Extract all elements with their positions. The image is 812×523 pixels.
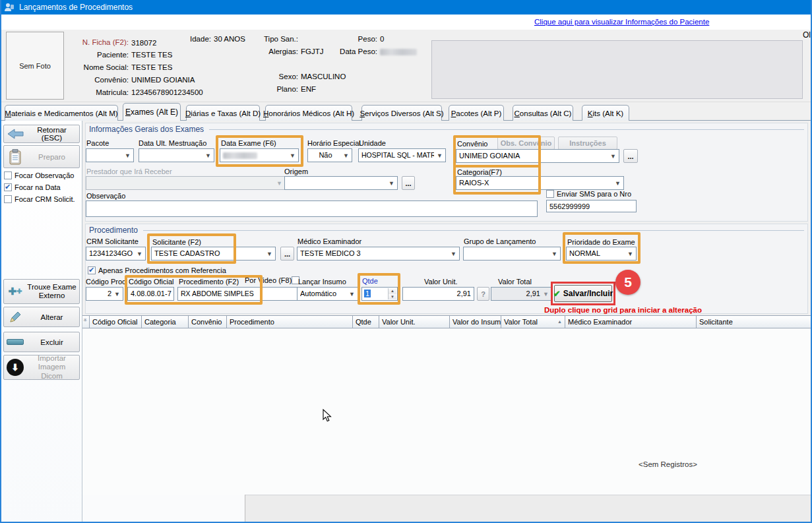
prestador-select[interactable]: ▼ xyxy=(86,176,286,190)
spin-up-icon[interactable]: ▲ xyxy=(388,288,396,294)
lancar-insumo-select[interactable]: Automático▼ xyxy=(297,287,358,301)
procedimento-title: Procedimento xyxy=(89,226,804,235)
tab-diarias-e-taxas[interactable]: Diárias e Taxas (Alt D) xyxy=(186,105,260,121)
grid-hint-text: Duplo clique no grid para iniciar a alte… xyxy=(544,306,702,314)
row-indicator-column: ✳ xyxy=(82,316,90,328)
tab-materiais-e-medicamentos[interactable]: Materiais e Medicamentos (Alt M) xyxy=(5,105,118,121)
focar-crm-checkbox[interactable] xyxy=(4,195,12,203)
column-valor-unit[interactable]: Valor Unit. xyxy=(379,316,450,328)
origem-ellipsis-button[interactable]: ... xyxy=(402,176,415,190)
categoria-label: Categoria(F7) xyxy=(457,168,502,176)
data-ult-mestruacao-select[interactable]: ▼ xyxy=(139,148,214,162)
excluir-button[interactable]: Excluir xyxy=(3,332,80,352)
horario-especial-label: Horário Especial xyxy=(307,139,361,147)
tab-exames[interactable]: Exames (Alt E) xyxy=(123,103,181,121)
column-procedimento[interactable]: Procedimento xyxy=(227,316,353,328)
alterar-button[interactable]: Alterar xyxy=(3,307,80,327)
tab-servicos-diversos[interactable]: Serviços Diversos (Alt S) xyxy=(361,105,442,121)
horario-especial-select[interactable]: Não▼ xyxy=(307,148,352,162)
link-bar: Clique aqui para visualizar Informações … xyxy=(1,15,811,30)
dropdown-arrow-icon[interactable]: ▼ xyxy=(435,149,444,162)
codigo-proc-select[interactable]: 2▼ xyxy=(86,287,123,301)
dropdown-arrow-icon[interactable]: ▼ xyxy=(288,149,297,162)
dropdown-arrow-icon[interactable]: ▼ xyxy=(626,247,635,260)
categoria-select[interactable]: RAIOS-X▼ xyxy=(456,176,624,190)
column-solicitante[interactable]: Solicitante xyxy=(697,316,811,328)
dropdown-arrow-icon[interactable]: ▼ xyxy=(449,247,458,260)
data-exame-label: Data Exame (F6) xyxy=(221,139,276,147)
crm-solicitante-select[interactable]: 12341234GO▼ xyxy=(86,247,146,261)
prioridade-exame-select[interactable]: NORMAL▼ xyxy=(566,247,637,261)
column-medico-examinador[interactable]: Médico Examinador xyxy=(565,316,697,328)
pacote-select[interactable]: ▼ xyxy=(86,148,134,162)
valor-unit-input[interactable]: 2,91 xyxy=(402,287,474,301)
apenas-referencia-checkbox[interactable] xyxy=(88,266,96,274)
apenas-referencia-row: Apenas Procedimentos com Referencia xyxy=(88,266,226,274)
obs-convenio-button[interactable]: Obs. Convênio xyxy=(497,137,555,150)
focar-observacao-checkbox[interactable] xyxy=(4,171,12,179)
column-categoria[interactable]: Categoria xyxy=(142,316,189,328)
valor-total-select[interactable]: 2,91▼ xyxy=(491,287,552,301)
procedimento-select[interactable]: RX ABDOME SIMPLES▼ xyxy=(177,287,307,301)
convenio-field-label: Convênio xyxy=(457,140,487,148)
column-convenio[interactable]: Convênio xyxy=(189,316,227,328)
qtde-stepper[interactable]: 1 ▲▼ xyxy=(361,287,398,301)
salvar-incluir-button[interactable]: ✔ Salvar/Incluir xyxy=(554,285,612,302)
dropdown-arrow-icon[interactable]: ▼ xyxy=(204,149,212,162)
convenio-ellipsis-button[interactable]: ... xyxy=(623,149,638,163)
corner-text: Ol xyxy=(803,30,811,40)
origem-select[interactable]: ▼ xyxy=(284,176,398,190)
dropdown-arrow-icon[interactable]: ▼ xyxy=(387,177,396,189)
dropdown-arrow-icon[interactable]: ▼ xyxy=(113,288,121,300)
dropdown-arrow-icon[interactable]: ▼ xyxy=(265,247,274,260)
importar-imagem-dicom-button[interactable]: ⬇ Importar Imagem Dicom xyxy=(3,355,80,380)
dropdown-arrow-icon[interactable]: ▼ xyxy=(348,288,356,300)
sexo-value: MASCULINO xyxy=(301,73,346,80)
codigo-oficial-input[interactable]: 4.08.08.01-7 xyxy=(127,287,174,301)
sms-number-input[interactable]: 5562999999 xyxy=(546,200,637,212)
tab-honorarios-medicos[interactable]: Honorários Médicos (Alt H) xyxy=(265,105,352,121)
dropdown-arrow-icon[interactable]: ▼ xyxy=(609,150,617,162)
dropdown-arrow-icon[interactable]: ▼ xyxy=(275,177,284,189)
grid-body[interactable]: <Sem Registros> xyxy=(82,328,811,495)
retornar-button[interactable]: Retornar (ESC) xyxy=(3,125,80,143)
unidade-select[interactable]: HOSPITAL SQL - MATRIZ▼ xyxy=(358,148,446,162)
tab-pacotes[interactable]: Pacotes (Alt P) xyxy=(449,105,504,121)
observacao-input[interactable] xyxy=(86,200,538,217)
column-valor-total[interactable]: Valor Total▲ xyxy=(501,316,565,328)
focar-observacao-label: Focar Observação xyxy=(15,171,74,179)
solicitante-select[interactable]: TESTE CADASTRO▼ xyxy=(151,247,276,261)
dropdown-arrow-icon[interactable]: ▼ xyxy=(135,247,144,260)
pencil-icon xyxy=(7,309,24,326)
grupo-lancamento-select[interactable]: ▼ xyxy=(463,247,561,261)
medico-examinador-select[interactable]: TESTE MEDICO 3▼ xyxy=(297,247,460,261)
dropdown-arrow-icon[interactable]: ▼ xyxy=(550,247,559,260)
origem-label: Origem xyxy=(284,168,308,175)
preparo-button[interactable]: Preparo xyxy=(3,145,80,168)
spin-down-icon[interactable]: ▼ xyxy=(388,294,396,300)
column-valor-insumo[interactable]: Valor do Insumo xyxy=(450,316,501,328)
qtde-label: Qtde xyxy=(362,277,378,285)
valor-unit-help-button[interactable]: ? xyxy=(477,287,489,301)
dropdown-arrow-icon[interactable]: ▼ xyxy=(613,177,622,189)
solicitante-ellipsis-button[interactable]: ... xyxy=(280,247,294,261)
title-bar[interactable]: Lançamentos de Procedimentos xyxy=(0,0,812,15)
enviar-sms-checkbox[interactable] xyxy=(546,190,554,198)
column-qtde[interactable]: Qtde xyxy=(353,316,379,328)
alergias-label: Alergias: xyxy=(239,47,298,55)
column-codigo-oficial[interactable]: Código Oficial xyxy=(90,316,142,328)
dropdown-arrow-icon[interactable]: ▼ xyxy=(342,149,350,162)
tab-kits[interactable]: Kits (Alt K) xyxy=(582,105,629,121)
tab-consultas[interactable]: Consultas (Alt C) xyxy=(513,105,573,121)
dropdown-arrow-icon[interactable]: ▼ xyxy=(123,149,132,162)
patient-info-link[interactable]: Clique aqui para visualizar Informações … xyxy=(534,18,709,26)
focar-na-data-checkbox[interactable] xyxy=(4,183,12,191)
data-exame-select[interactable]: ▼ xyxy=(220,148,299,162)
convenio-label: Convênio: xyxy=(56,76,129,84)
dropdown-arrow-icon[interactable]: ▼ xyxy=(542,288,550,300)
sort-ascending-icon: ▲ xyxy=(557,319,562,324)
sexo-label: Sexo: xyxy=(239,73,298,80)
trouxe-exame-externo-button[interactable]: ✚✚ Trouxe Exame Externo xyxy=(3,279,80,304)
convenio-select[interactable]: UNIMED GOIANIA▼ xyxy=(456,149,619,163)
instrucoes-button[interactable]: Instruções xyxy=(558,137,617,150)
